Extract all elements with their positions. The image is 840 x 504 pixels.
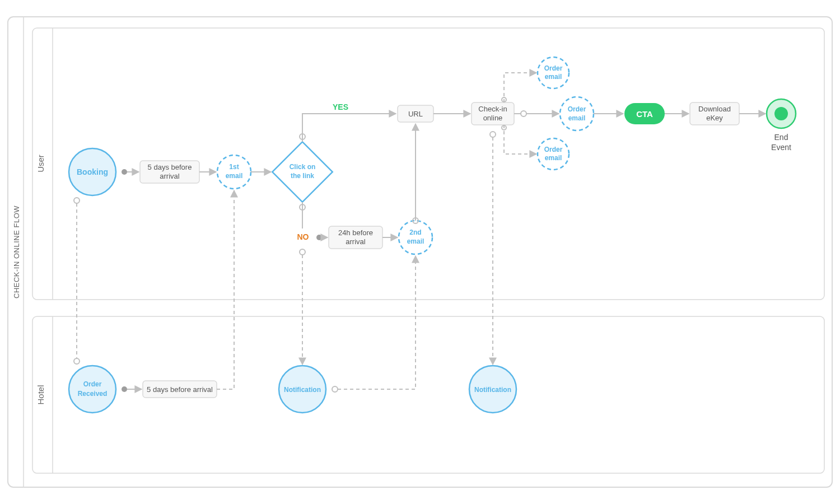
click-link-l1: Click on — [290, 163, 316, 171]
ekey-l2: eKey — [706, 114, 723, 122]
five-days-line1: 5 days before — [148, 163, 192, 171]
svg-point-22 — [490, 132, 496, 137]
msg-hotel5days-firstemail — [217, 190, 234, 389]
second-email-l2: email — [407, 237, 424, 245]
cta-label: CTA — [636, 109, 653, 119]
node-order-email-mid — [560, 97, 594, 130]
checkin-l2: online — [483, 114, 503, 122]
lane-hotel-title: Hotel — [36, 385, 45, 404]
end-event-l1: End — [774, 133, 788, 142]
24h-l1: 24h before — [338, 228, 373, 237]
pool-outer — [8, 17, 832, 487]
flow-diagram: CHECK-IN ONLINE FLOW User Hotel Booking … — [0, 0, 840, 504]
notif2-label: Notification — [474, 386, 511, 394]
order-email-top-l2: email — [545, 73, 562, 81]
order-email-bot-l2: email — [545, 154, 562, 162]
svg-point-21 — [332, 386, 338, 392]
svg-point-5 — [122, 169, 127, 175]
edge-checkin-ordertop — [504, 73, 536, 102]
checkin-l1: Check-in — [478, 105, 507, 113]
order-rec-l2: Received — [78, 390, 108, 398]
first-email-l1: 1st — [229, 163, 239, 171]
msg-notif1-second — [338, 256, 416, 389]
node-order-received — [69, 366, 116, 413]
svg-point-19 — [122, 386, 127, 392]
hotel-5days-label: 5 days before arrival — [147, 385, 213, 394]
order-email-mid-l1: Order — [568, 105, 586, 113]
svg-point-13 — [521, 111, 526, 116]
notif1-label: Notification — [284, 386, 321, 394]
label-yes: YES — [333, 102, 348, 111]
24h-l2: arrival — [346, 237, 366, 246]
svg-point-11 — [316, 235, 322, 240]
svg-point-20 — [300, 249, 305, 255]
order-email-top-l1: Order — [544, 64, 563, 72]
pool-title: CHECK-IN ONLINE FLOW — [12, 206, 21, 298]
five-days-line2: arrival — [160, 172, 180, 180]
node-booking-label: Booking — [77, 167, 108, 176]
svg-point-18 — [74, 358, 80, 364]
first-email-l2: email — [226, 172, 243, 180]
order-rec-l1: Order — [83, 380, 102, 388]
order-email-bot-l1: Order — [544, 146, 563, 153]
edge-yes-url — [302, 114, 396, 134]
edge-checkin-orderbot — [504, 125, 536, 154]
order-email-mid-l2: email — [568, 114, 586, 122]
lane-user-title: User — [36, 155, 45, 172]
end-event-l2: Event — [771, 143, 791, 152]
second-email-l1: 2nd — [409, 228, 421, 236]
label-no: NO — [297, 232, 309, 241]
node-end-event-inner — [774, 107, 788, 120]
svg-point-17 — [74, 198, 80, 203]
url-label: URL — [408, 110, 423, 118]
ekey-l1: Download — [698, 105, 731, 113]
click-link-l2: the link — [291, 172, 314, 180]
